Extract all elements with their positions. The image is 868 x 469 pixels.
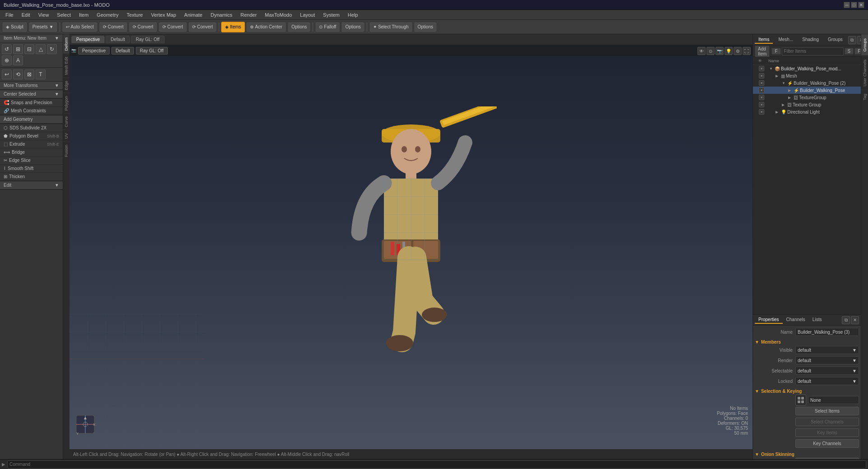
filter-input[interactable] <box>782 47 844 55</box>
vp-perspective-label[interactable]: Perspective <box>78 47 110 55</box>
falloff-button[interactable]: ⊙ Falloff <box>315 22 340 32</box>
eye-icon-texgrp[interactable]: 👁 <box>759 95 764 100</box>
tab-channels[interactable]: Channels <box>783 316 809 324</box>
options-button-1[interactable]: Options <box>287 22 311 32</box>
extrude-btn[interactable]: ⬚ Extrude Shift-E <box>0 140 63 148</box>
vp-settings-icon[interactable]: ⚙ <box>734 47 742 55</box>
none-value[interactable]: None <box>808 396 859 404</box>
vp-default-label[interactable]: Default <box>111 47 134 55</box>
filter-toggle[interactable]: F <box>771 48 780 55</box>
tree-item-pose-selected[interactable]: 👁 ▶ ⚡ Builder_Walking_Pose <box>753 87 861 94</box>
auto-select-button[interactable]: ↩ Auto Select <box>62 22 98 32</box>
left-tab-deform[interactable]: Deform <box>63 34 69 54</box>
smooth-shift-btn[interactable]: ⌇ Smooth Shift <box>0 165 63 173</box>
action-center-button[interactable]: ⊕ Action Center <box>246 22 286 32</box>
tool-btn-5[interactable]: ↻ <box>47 44 57 54</box>
filter-options[interactable]: S <box>845 48 854 55</box>
left-tab-mesh-edit[interactable]: Mesh Edit <box>63 54 69 78</box>
options-button-2[interactable]: Options <box>341 22 365 32</box>
tree-item-texgrp2[interactable]: 👁 ▶ 🖼 Texture Group <box>753 101 861 108</box>
item-menu-dropdown[interactable]: Item Menu: New Item ▼ <box>0 34 63 42</box>
convert-button-4[interactable]: ⟳ Convert <box>188 22 217 32</box>
close-button[interactable]: ✕ <box>858 2 864 8</box>
vp-light-icon[interactable]: 💡 <box>725 47 733 55</box>
menu-render[interactable]: Render <box>237 11 260 18</box>
vp-tab-default[interactable]: Default <box>106 36 130 43</box>
tab-shading[interactable]: Shading <box>799 36 822 44</box>
snaps-btn[interactable]: 🧲 Snaps and Precision <box>0 99 63 107</box>
tree-item-texgrp[interactable]: 👁 ▶ 🖼 TextureGroup <box>753 94 861 101</box>
key-items-button[interactable]: Key Items <box>795 428 859 437</box>
eye-icon-pose2[interactable]: 👁 <box>759 80 764 86</box>
mesh-constraints-btn[interactable]: 🔗 Mesh Constraints <box>0 107 63 115</box>
add-geometry-dropdown[interactable]: Add Geometry <box>0 115 63 124</box>
props-close-icon[interactable]: ✕ <box>851 316 859 324</box>
eye-icon-root[interactable]: 👁 <box>759 66 764 71</box>
sculpt-button[interactable]: ◈ Sculpt <box>2 22 28 32</box>
tool-btn-11[interactable]: T <box>36 69 46 79</box>
maximize-button[interactable]: □ <box>851 2 857 8</box>
menu-select[interactable]: Select <box>53 11 74 18</box>
convert-button-3[interactable]: ⟳ Convert <box>158 22 187 32</box>
tool-btn-3[interactable]: ⊟ <box>24 44 34 54</box>
panel-float-icon[interactable]: ⧉ <box>848 36 856 44</box>
rt-tab-tag[interactable]: Tag <box>861 90 868 104</box>
thicken-btn[interactable]: ⊞ Thicken <box>0 173 63 181</box>
tree-item-pose2[interactable]: 👁 ▼ ⚡ Builder_Walking_Pose (2) <box>753 79 861 87</box>
select-items-button[interactable]: Select Items <box>795 407 859 415</box>
left-tab-edge[interactable]: Edge <box>63 78 69 93</box>
eye-icon-dirlight[interactable]: 👁 <box>759 109 764 115</box>
options-button-3[interactable]: Options <box>414 22 437 32</box>
more-transforms-dropdown[interactable]: More Transforms ▼ <box>0 82 63 90</box>
menu-item[interactable]: Item <box>75 11 92 18</box>
add-item-button[interactable]: Add Item <box>755 46 770 57</box>
menu-file[interactable]: File <box>2 11 17 18</box>
tool-btn-2[interactable]: ⊞ <box>13 44 23 54</box>
presets-button[interactable]: Presets ▼ <box>28 22 58 32</box>
visible-dropdown[interactable]: default ▼ <box>795 346 859 354</box>
tab-properties[interactable]: Properties <box>755 316 783 324</box>
tool-btn-6[interactable]: ⊕ <box>2 55 12 65</box>
render-dropdown[interactable]: default ▼ <box>795 356 859 364</box>
tree-item-mesh[interactable]: 👁 ▶ ▦ Mesh <box>753 72 861 79</box>
eye-icon-texgrp2[interactable]: 👁 <box>759 102 764 107</box>
tool-btn-10[interactable]: ⊠ <box>24 69 34 79</box>
menu-system[interactable]: System <box>319 11 343 18</box>
convert-button-1[interactable]: ⟳ Convert <box>99 22 128 32</box>
left-tab-curve[interactable]: Curve <box>63 113 69 130</box>
name-value-field[interactable]: Builder_Walking_Pose (3) <box>795 328 859 336</box>
menu-dynamics[interactable]: Dynamics <box>207 11 236 18</box>
menu-texture[interactable]: Texture <box>123 11 147 18</box>
menu-edit[interactable]: Edit <box>18 11 34 18</box>
vp-render-icon[interactable]: ⊙ <box>706 47 715 55</box>
bridge-btn[interactable]: ⟺ Bridge <box>0 148 63 156</box>
vp-tab-raygl[interactable]: Ray GL: Off <box>131 36 165 43</box>
select-channels-button[interactable]: Select Channels <box>795 418 859 426</box>
select-through-button[interactable]: ✦ Select Through <box>369 22 413 32</box>
tree-item-root[interactable]: 👁 ▼ 📦 Builder_Walking_Pose_mod... <box>753 65 861 72</box>
items-button[interactable]: ◈ Items <box>221 22 245 32</box>
tool-btn-1[interactable]: ↺ <box>2 44 12 54</box>
key-channels-button[interactable]: Key Channels <box>795 439 859 448</box>
rt-tab-user-channels[interactable]: User Channels <box>861 55 868 90</box>
left-tab-fusion[interactable]: Fusion <box>63 142 69 160</box>
sds-subdivide-btn[interactable]: ⬡ SDS Subdivide 2X <box>0 124 63 132</box>
minimize-button[interactable]: ─ <box>844 2 850 8</box>
vp-expand-icon[interactable]: ⛶ <box>743 47 751 55</box>
tool-btn-9[interactable]: ⟲ <box>13 69 23 79</box>
polygon-bevel-btn[interactable]: ⬟ Polygon Bevel Shift-B <box>0 132 63 140</box>
onion-assign-button[interactable]: Assign/Remove Onion Skinni... <box>795 458 859 459</box>
left-tab-polygon[interactable]: Polygon <box>63 93 69 114</box>
tool-btn-8[interactable]: ↩ <box>2 69 12 79</box>
vp-raygl-label[interactable]: Ray GL: Off <box>136 47 168 55</box>
menu-view[interactable]: View <box>35 11 53 18</box>
tab-mesh[interactable]: Mesh... <box>775 36 797 44</box>
convert-button-2[interactable]: ⟳ Convert <box>129 22 157 32</box>
tool-btn-7[interactable]: A <box>13 55 23 65</box>
vp-camera2-icon[interactable]: 📷 <box>716 47 724 55</box>
edit-dropdown[interactable]: Edit ▼ <box>0 181 63 189</box>
vp-look-icon[interactable]: 👁 <box>697 47 706 55</box>
vp-tab-perspective[interactable]: Perspective <box>71 36 105 43</box>
none-grid-icon[interactable] <box>795 395 806 405</box>
props-float-icon[interactable]: ⧉ <box>842 316 850 324</box>
